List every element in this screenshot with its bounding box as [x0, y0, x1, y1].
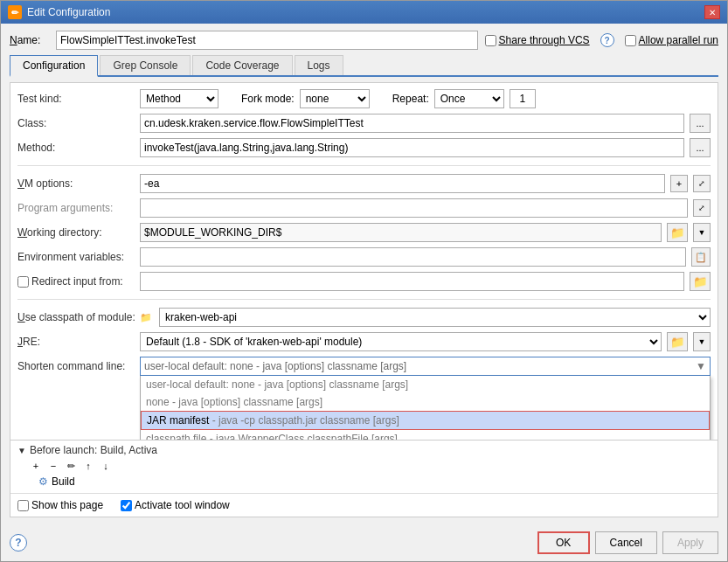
- before-launch-add-button[interactable]: +: [28, 458, 44, 474]
- name-label: Name:: [10, 34, 49, 46]
- activate-tool-label[interactable]: Activate tool window: [121, 499, 230, 511]
- method-input[interactable]: [140, 138, 684, 157]
- fork-mode-select[interactable]: none method class: [300, 89, 370, 108]
- bottom-options: Show this page Activate tool window: [10, 493, 718, 517]
- program-args-label: Program arguments:: [17, 202, 140, 214]
- build-item-label: Build: [52, 475, 75, 488]
- method-label: Method:: [17, 142, 140, 154]
- repeat-count-input[interactable]: [510, 89, 536, 108]
- method-content: ...: [140, 138, 711, 157]
- window-icon: ✏: [8, 5, 22, 19]
- working-dir-label: Working directory:: [17, 226, 140, 239]
- before-launch-move-down-button[interactable]: ↓: [98, 458, 114, 474]
- footer-left: ?: [10, 534, 27, 552]
- form-rows: Test kind: Method Class Package Fork mod…: [10, 83, 718, 440]
- cancel-button[interactable]: Cancel: [595, 531, 657, 554]
- redirect-input-field[interactable]: [140, 272, 684, 291]
- class-row: Class: ...: [17, 113, 711, 134]
- vm-options-label: VM options:: [17, 177, 140, 190]
- classpath-module-row: Use classpath of module: 📁 kraken-web-ap…: [17, 307, 711, 328]
- show-page-label[interactable]: Show this page: [17, 499, 103, 511]
- content-area: Name: Share through VCS ? Allow parallel…: [1, 24, 727, 524]
- redirect-input-folder-button[interactable]: 📁: [690, 272, 711, 291]
- before-launch-edit-button[interactable]: ✏: [63, 458, 79, 474]
- program-args-input[interactable]: [140, 198, 688, 218]
- jre-folder-button[interactable]: 📁: [667, 332, 688, 351]
- working-dir-dropdown-button[interactable]: ▼: [693, 223, 711, 242]
- class-input[interactable]: [140, 114, 684, 133]
- share-vcs-label[interactable]: Share through VCS: [485, 34, 590, 46]
- close-button[interactable]: ✕: [704, 5, 720, 19]
- name-input[interactable]: [56, 31, 478, 50]
- before-launch-move-up-button[interactable]: ↑: [80, 458, 96, 474]
- dropdown-option-3[interactable]: JAR manifest - java -cp classpath.jar cl…: [141, 411, 710, 430]
- method-browse-button[interactable]: ...: [690, 138, 711, 157]
- tab-configuration[interactable]: Configuration: [10, 55, 98, 77]
- working-dir-content: 📁 ▼: [140, 223, 711, 242]
- class-label: Class:: [17, 117, 140, 129]
- show-page-checkbox[interactable]: [17, 500, 29, 511]
- shorten-cmd-value: user-local default: none - java [options…: [144, 360, 406, 372]
- test-kind-row: Test kind: Method Class Package Fork mod…: [17, 88, 711, 109]
- parallel-run-checkbox[interactable]: [625, 35, 636, 46]
- parallel-run-label[interactable]: Allow parallel run: [625, 34, 718, 46]
- tab-logs[interactable]: Logs: [295, 55, 343, 75]
- shorten-cmd-container: user-local default: none - java [options…: [140, 357, 711, 376]
- jre-label: JRE:: [17, 336, 140, 348]
- parallel-run-text: Allow parallel run: [639, 34, 718, 46]
- window-title: Edit Configuration: [27, 6, 110, 18]
- separator-2: [17, 299, 711, 300]
- jre-select[interactable]: Default (1.8 - SDK of 'kraken-web-api' m…: [140, 332, 662, 351]
- vm-options-expand-button[interactable]: ⤢: [693, 175, 711, 192]
- tab-grep-console[interactable]: Grep Console: [100, 55, 191, 75]
- shorten-cmd-display[interactable]: user-local default: none - java [options…: [140, 357, 711, 376]
- before-launch-label: Before launch: Build, Activa: [30, 444, 157, 456]
- class-browse-button[interactable]: ...: [690, 114, 711, 133]
- env-vars-edit-button[interactable]: 📋: [691, 247, 711, 267]
- name-row-right: Share through VCS ? Allow parallel run: [485, 33, 718, 47]
- jre-dropdown-button[interactable]: ▼: [693, 332, 711, 351]
- class-content: ...: [140, 114, 711, 133]
- share-vcs-text: Share through VCS: [499, 34, 590, 46]
- ok-button[interactable]: OK: [537, 531, 590, 554]
- vm-options-input[interactable]: [140, 174, 665, 193]
- redirect-input-checkbox[interactable]: [17, 276, 29, 288]
- name-row: Name: Share through VCS ? Allow parallel…: [10, 31, 718, 50]
- footer-right: OK Cancel Apply: [537, 531, 718, 554]
- dropdown-option-2[interactable]: none - java [options] classname [args]: [141, 393, 710, 411]
- help-button[interactable]: ?: [10, 534, 27, 552]
- before-launch-section: ▼ Before launch: Build, Activa + − ✏ ↑ ↓…: [10, 440, 718, 493]
- test-kind-select[interactable]: Method Class Package: [140, 89, 218, 108]
- footer: ? OK Cancel Apply: [1, 524, 727, 561]
- working-dir-input[interactable]: [140, 223, 662, 242]
- test-kind-label: Test kind:: [17, 93, 140, 105]
- working-dir-row: Working directory: 📁 ▼: [17, 222, 711, 243]
- classpath-module-select[interactable]: kraken-web-api: [159, 308, 711, 327]
- working-dir-folder-button[interactable]: 📁: [667, 223, 688, 242]
- program-args-expand-button[interactable]: ⤢: [693, 199, 711, 217]
- apply-button[interactable]: Apply: [662, 531, 718, 554]
- shorten-cmd-content: user-local default: none - java [options…: [140, 357, 711, 376]
- shorten-cmd-row: Shorten command line: user-local default…: [17, 356, 711, 377]
- repeat-select[interactable]: Once N Times Until Failure: [434, 89, 504, 108]
- before-launch-toggle[interactable]: ▼: [17, 446, 26, 455]
- redirect-input-label: Redirect input from:: [17, 275, 140, 288]
- tab-code-coverage[interactable]: Code Coverage: [192, 55, 292, 75]
- title-bar-left: ✏ Edit Configuration: [8, 5, 110, 19]
- activate-tool-text: Activate tool window: [135, 499, 230, 511]
- env-vars-row: Environment variables: 📋: [17, 246, 711, 267]
- form-area: Test kind: Method Class Package Fork mod…: [10, 82, 718, 517]
- share-vcs-checkbox[interactable]: [485, 35, 496, 46]
- program-args-content: ⤢: [140, 198, 711, 218]
- program-args-row: Program arguments: ⤢: [17, 198, 711, 219]
- redirect-input-content: 📁: [140, 272, 711, 291]
- env-vars-input[interactable]: [140, 247, 686, 267]
- before-launch-remove-button[interactable]: −: [45, 458, 61, 474]
- vm-options-add-button[interactable]: +: [670, 175, 688, 192]
- dropdown-option-1[interactable]: user-local default: none - java [options…: [141, 376, 710, 393]
- dropdown-option-4[interactable]: classpath file - java WrapperClass class…: [141, 430, 710, 440]
- share-help-icon[interactable]: ?: [600, 33, 614, 47]
- tabs: Configuration Grep Console Code Coverage…: [10, 55, 718, 77]
- env-vars-label: Environment variables:: [17, 251, 140, 263]
- activate-tool-checkbox[interactable]: [121, 500, 132, 511]
